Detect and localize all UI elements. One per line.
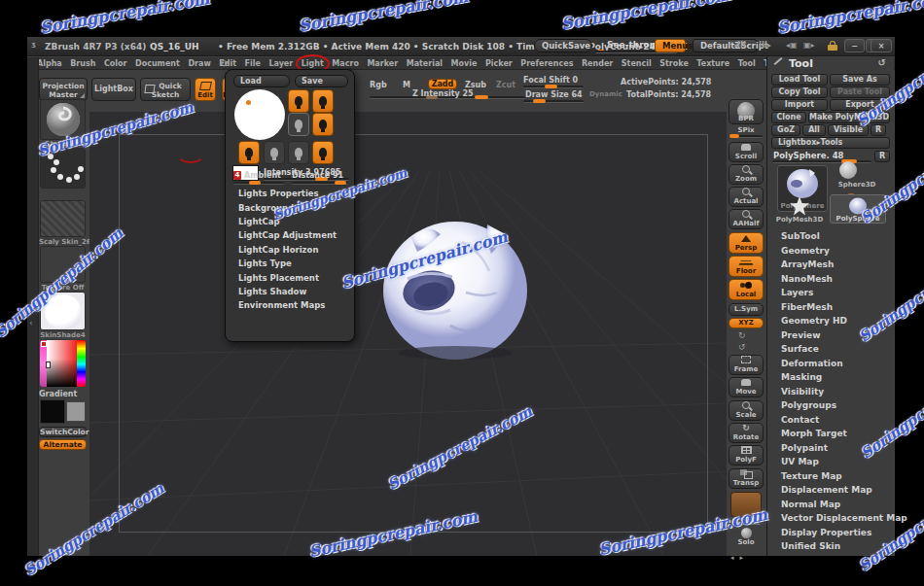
subpalette-polygroups[interactable]: Polygroups xyxy=(767,398,894,413)
light-bulb-toggle-2[interactable] xyxy=(312,89,334,113)
dock-palette-left-icon[interactable]: ◂▣ xyxy=(786,41,798,50)
polymesh3d-tool-icon[interactable] xyxy=(789,196,810,216)
dock-palette-right-icon[interactable]: ▣▸ xyxy=(803,41,815,50)
lightbox-tools-button[interactable]: Lightbox▸Tools xyxy=(771,137,890,149)
menu-item-picker[interactable]: Picker xyxy=(485,59,513,68)
import-button[interactable]: Import xyxy=(771,99,828,111)
ambient-label[interactable]: Ambient xyxy=(244,171,281,180)
light-menu-lightcap[interactable]: LightCap xyxy=(226,215,354,228)
make-polymesh3d-button[interactable]: Make PolyMesh3D xyxy=(808,112,890,123)
subpalette-contact[interactable]: Contact xyxy=(767,413,894,428)
subpalette-morph-target[interactable]: Morph Target xyxy=(767,427,894,441)
frame-button[interactable]: Frame xyxy=(729,355,764,375)
brush-thumbnail[interactable] xyxy=(40,99,86,140)
zoom-button[interactable]: Zoom xyxy=(729,164,764,185)
distance-nub[interactable] xyxy=(335,181,346,185)
transp-button[interactable]: Transp xyxy=(729,468,764,489)
polysphere-tool-thumbnail[interactable]: PolySphere xyxy=(830,194,886,224)
menu-item-preferences[interactable]: Preferences xyxy=(520,59,573,68)
z-intensity-nub[interactable] xyxy=(475,95,488,99)
zcut-button[interactable]: Zcut xyxy=(496,81,515,89)
light-bulb-toggle-7[interactable] xyxy=(288,141,309,164)
light-bulb-toggle-3[interactable] xyxy=(288,113,309,136)
scale-button[interactable]: Scale xyxy=(729,400,764,421)
goz-r-button[interactable]: R xyxy=(871,124,886,136)
local-button[interactable]: Local xyxy=(729,279,764,300)
light-menu-lightcap-horizon[interactable]: LightCap Horizon xyxy=(226,243,354,257)
goz-visible-button[interactable]: Visible xyxy=(828,124,869,136)
menu-item-brush[interactable]: Brush xyxy=(70,59,95,68)
light-menu-lights-properties[interactable]: Lights Properties xyxy=(226,187,354,200)
shelf-scroll-arrows[interactable]: ◂▸ xyxy=(730,554,749,562)
default-zscript-button[interactable]: DefaultZScript xyxy=(693,39,757,52)
sphere3d-tool-icon[interactable] xyxy=(839,161,857,179)
menu-item-material[interactable]: Material xyxy=(407,59,443,68)
export-button[interactable]: Export xyxy=(830,99,890,111)
focal-shift-label[interactable]: Focal Shift 0 xyxy=(523,76,578,85)
dynamic-solo-label[interactable]: Dynamic xyxy=(727,519,765,526)
texture-thumbnail[interactable] xyxy=(40,246,86,283)
menu-item-movie[interactable]: Movie xyxy=(451,59,478,68)
move-button[interactable]: Move xyxy=(729,377,764,397)
rotate-button[interactable]: ↻Rotate xyxy=(729,423,764,443)
subpalette-surface[interactable]: Surface xyxy=(767,342,894,357)
subpalette-displacement-map[interactable]: Displacement Map xyxy=(767,483,894,498)
subpalette-geometry-hd[interactable]: Geometry HD xyxy=(767,314,894,328)
menu-item-texture[interactable]: Texture xyxy=(696,59,729,68)
menu-item-draw[interactable]: Draw xyxy=(188,59,210,68)
menu-item-stroke[interactable]: Stroke xyxy=(659,59,689,68)
goz-all-button[interactable]: All xyxy=(802,124,826,136)
floor-button[interactable]: Floor xyxy=(729,256,764,277)
m-mode-button[interactable]: M xyxy=(403,81,410,89)
zsub-button[interactable]: Zsub xyxy=(465,81,486,89)
subpalette-geometry[interactable]: Geometry xyxy=(767,244,894,259)
light-bulb-toggle-1[interactable] xyxy=(288,89,309,113)
dynamic-label[interactable]: Dynamic xyxy=(589,90,622,98)
light-bulb-toggle-6[interactable] xyxy=(264,141,285,164)
divider-left-icon[interactable]: ◂ⅠⅠⅠ xyxy=(733,41,746,50)
light-menu-lights-type[interactable]: Lights Type xyxy=(226,257,354,270)
material-thumbnail[interactable] xyxy=(40,292,86,330)
subpalette-preview[interactable]: Preview xyxy=(767,328,894,343)
copy-tool-button[interactable]: Copy Tool xyxy=(771,86,828,98)
subpalette-subtool[interactable]: SubTool xyxy=(767,229,894,244)
menu-item-tool[interactable]: Tool xyxy=(738,59,756,68)
popup-refresh-icon[interactable]: ⟳ xyxy=(221,58,229,69)
focal-shift-nub[interactable] xyxy=(545,85,557,88)
menu-item-file[interactable]: File xyxy=(245,59,261,68)
secondary-color-swatch[interactable] xyxy=(66,401,86,422)
lock-icon[interactable] xyxy=(827,41,838,50)
draw-size-nub[interactable] xyxy=(533,99,546,103)
save-as-button[interactable]: Save As xyxy=(830,74,890,86)
alpha-thumbnail[interactable] xyxy=(40,200,86,237)
subpalette-nanomesh[interactable]: NanoMesh xyxy=(767,272,894,287)
goz-button[interactable]: GoZ xyxy=(771,124,800,136)
menu-item-document[interactable]: Document xyxy=(135,59,180,68)
l-sym-button[interactable]: L.Sym xyxy=(729,303,764,316)
alternate-button[interactable]: Alternate xyxy=(39,439,87,450)
light-load-button[interactable]: Load xyxy=(233,75,290,87)
solo-button[interactable]: Solo xyxy=(734,528,758,551)
light-bulb-toggle-8[interactable] xyxy=(312,141,334,164)
spin-cw-icon[interactable]: ↻ xyxy=(738,330,746,340)
minimize-button[interactable]: − xyxy=(844,39,865,52)
subpalette-normal-map[interactable]: Normal Map xyxy=(767,498,894,512)
document-canvas[interactable] xyxy=(89,112,727,556)
light-menu-background[interactable]: Background xyxy=(226,200,354,214)
menu-item-stencil[interactable]: Stencil xyxy=(622,59,652,68)
load-tool-button[interactable]: Load Tool xyxy=(771,74,828,86)
quick-sketch-button[interactable]: Quick Sketch xyxy=(140,78,191,101)
bpr-render-button[interactable]: BPR xyxy=(729,99,764,124)
ambient-nub[interactable] xyxy=(249,181,261,185)
menu-item-color[interactable]: Color xyxy=(104,59,127,68)
menu-item-marker[interactable]: Marker xyxy=(367,59,398,68)
zadd-button[interactable]: Zadd xyxy=(428,79,457,89)
gradient-label[interactable]: Gradient xyxy=(39,390,87,398)
menus-button[interactable]: Menus xyxy=(655,39,686,52)
xyz-button[interactable]: XYZ xyxy=(729,318,764,328)
subpalette-texture-map[interactable]: Texture Map xyxy=(767,469,894,484)
subpalette-display-properties[interactable]: Display Properties xyxy=(767,526,894,540)
subpalette-polypaint[interactable]: Polypaint xyxy=(767,441,894,456)
aahalf-button[interactable]: AAHalf xyxy=(729,209,764,229)
light-bulb-toggle-4[interactable] xyxy=(312,113,334,136)
